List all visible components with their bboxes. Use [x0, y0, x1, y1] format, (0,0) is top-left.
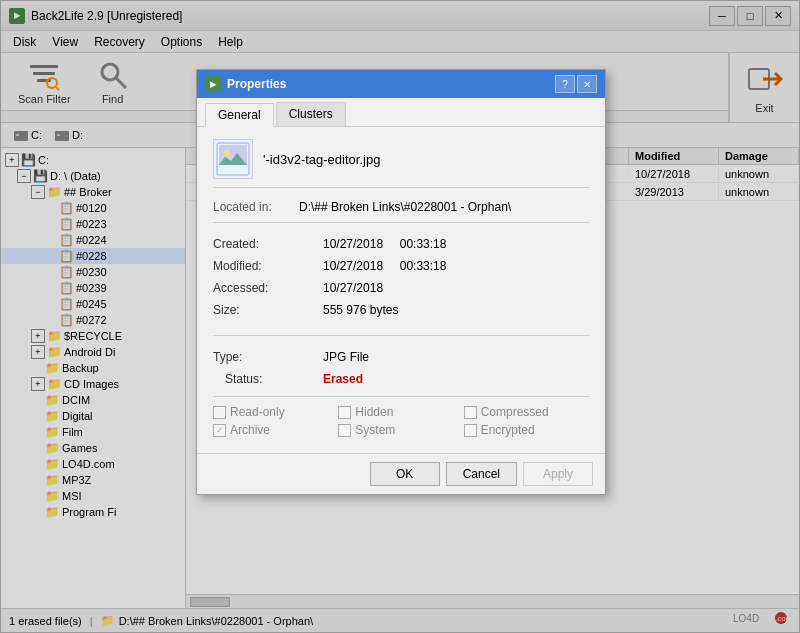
created-label: Created: — [213, 235, 323, 253]
checkboxes-area: Read-only Hidden Compressed Archive — [213, 396, 589, 441]
checkbox-encrypted: Encrypted — [464, 423, 589, 437]
dialog-title-bar: ▶ Properties ? ✕ — [197, 70, 605, 98]
status-label: Status: — [213, 370, 323, 388]
file-info-row: '-id3v2-tag-editor.jpg — [213, 139, 589, 188]
checkbox-system: System — [338, 423, 463, 437]
checkbox-encrypted-box — [464, 424, 477, 437]
modified-time: 00:33:18 — [400, 259, 447, 273]
checkbox-system-box — [338, 424, 351, 437]
size-label: Size: — [213, 301, 323, 319]
size-value: 555 976 bytes — [323, 301, 589, 319]
checkbox-system-label: System — [355, 423, 395, 437]
type-section: Type: JPG File Status: Erased — [213, 348, 589, 388]
ok-button[interactable]: OK — [370, 462, 440, 486]
dialog-title: Properties — [227, 77, 286, 91]
tab-general[interactable]: General — [205, 103, 274, 127]
checkbox-hidden-label: Hidden — [355, 405, 393, 419]
accessed-date: 10/27/2018 — [323, 281, 383, 295]
type-label: Type: — [213, 348, 323, 366]
checkbox-encrypted-label: Encrypted — [481, 423, 535, 437]
properties-dialog: ▶ Properties ? ✕ General Clusters — [196, 69, 606, 495]
checkbox-hidden-box — [338, 406, 351, 419]
tab-bar: General Clusters — [197, 98, 605, 127]
checkbox-readonly: Read-only — [213, 405, 338, 419]
location-value: D:\## Broken Links\#0228001 - Orphan\ — [299, 200, 511, 214]
location-row: Located in: D:\## Broken Links\#0228001 … — [213, 200, 589, 223]
checkbox-compressed-label: Compressed — [481, 405, 549, 419]
dialog-close-button[interactable]: ✕ — [577, 75, 597, 93]
checkbox-archive: Archive — [213, 423, 338, 437]
checkbox-readonly-box — [213, 406, 226, 419]
checkbox-hidden: Hidden — [338, 405, 463, 419]
modified-date: 10/27/2018 — [323, 259, 383, 273]
cancel-button[interactable]: Cancel — [446, 462, 517, 486]
properties-grid: Created: 10/27/2018 00:33:18 Modified: 1… — [213, 231, 589, 323]
separator — [213, 335, 589, 336]
dialog-icon: ▶ — [205, 76, 221, 92]
accessed-value: 10/27/2018 — [323, 279, 589, 297]
tab-clusters[interactable]: Clusters — [276, 102, 346, 126]
checkbox-archive-box — [213, 424, 226, 437]
checkbox-compressed-box — [464, 406, 477, 419]
apply-button[interactable]: Apply — [523, 462, 593, 486]
checkbox-archive-label: Archive — [230, 423, 270, 437]
dialog-footer: OK Cancel Apply — [197, 453, 605, 494]
checkbox-readonly-label: Read-only — [230, 405, 285, 419]
app-window: ▶ Back2Life 2.9 [Unregistered] ─ □ ✕ Dis… — [0, 0, 800, 633]
accessed-label: Accessed: — [213, 279, 323, 297]
file-thumbnail — [213, 139, 253, 179]
created-time: 00:33:18 — [400, 237, 447, 251]
modified-value: 10/27/2018 00:33:18 — [323, 257, 589, 275]
dialog-help-button[interactable]: ? — [555, 75, 575, 93]
checkbox-compressed: Compressed — [464, 405, 589, 419]
dialog-body: '-id3v2-tag-editor.jpg Located in: D:\##… — [197, 127, 605, 453]
status-value: Erased — [323, 370, 589, 388]
location-label: Located in: — [213, 200, 293, 214]
created-date: 10/27/2018 — [323, 237, 383, 251]
modified-label: Modified: — [213, 257, 323, 275]
created-value: 10/27/2018 00:33:18 — [323, 235, 589, 253]
svg-point-18 — [224, 150, 230, 156]
type-value: JPG File — [323, 348, 589, 366]
file-name-display: '-id3v2-tag-editor.jpg — [263, 152, 380, 167]
modal-overlay: ▶ Properties ? ✕ General Clusters — [1, 1, 799, 632]
